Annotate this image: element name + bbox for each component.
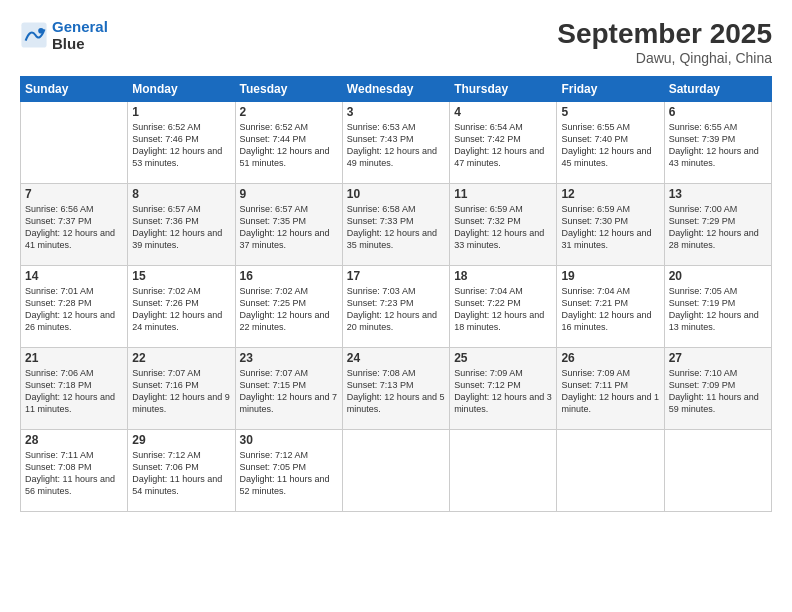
cell-info: Sunrise: 7:12 AMSunset: 7:05 PMDaylight:… <box>240 449 338 498</box>
day-number: 16 <box>240 269 338 283</box>
cell-info: Sunrise: 6:57 AMSunset: 7:36 PMDaylight:… <box>132 203 230 252</box>
calendar-cell: 19 Sunrise: 7:04 AMSunset: 7:21 PMDaylig… <box>557 266 664 348</box>
day-number: 29 <box>132 433 230 447</box>
day-number: 11 <box>454 187 552 201</box>
logo-icon <box>20 21 48 49</box>
day-header-wednesday: Wednesday <box>342 77 449 102</box>
day-number: 4 <box>454 105 552 119</box>
day-header-monday: Monday <box>128 77 235 102</box>
calendar-cell: 27 Sunrise: 7:10 AMSunset: 7:09 PMDaylig… <box>664 348 771 430</box>
calendar-cell: 7 Sunrise: 6:56 AMSunset: 7:37 PMDayligh… <box>21 184 128 266</box>
day-header-tuesday: Tuesday <box>235 77 342 102</box>
day-number: 7 <box>25 187 123 201</box>
day-number: 27 <box>669 351 767 365</box>
day-header-sunday: Sunday <box>21 77 128 102</box>
day-number: 26 <box>561 351 659 365</box>
day-number: 6 <box>669 105 767 119</box>
cell-info: Sunrise: 6:52 AMSunset: 7:44 PMDaylight:… <box>240 121 338 170</box>
svg-point-1 <box>38 28 44 34</box>
logo-text: General Blue <box>52 18 108 52</box>
day-number: 12 <box>561 187 659 201</box>
calendar-cell: 26 Sunrise: 7:09 AMSunset: 7:11 PMDaylig… <box>557 348 664 430</box>
calendar-cell: 24 Sunrise: 7:08 AMSunset: 7:13 PMDaylig… <box>342 348 449 430</box>
day-number: 25 <box>454 351 552 365</box>
day-number: 9 <box>240 187 338 201</box>
week-row-4: 21 Sunrise: 7:06 AMSunset: 7:18 PMDaylig… <box>21 348 772 430</box>
day-number: 17 <box>347 269 445 283</box>
day-header-friday: Friday <box>557 77 664 102</box>
day-number: 19 <box>561 269 659 283</box>
calendar-cell: 6 Sunrise: 6:55 AMSunset: 7:39 PMDayligh… <box>664 102 771 184</box>
cell-info: Sunrise: 7:06 AMSunset: 7:18 PMDaylight:… <box>25 367 123 416</box>
cell-info: Sunrise: 7:04 AMSunset: 7:21 PMDaylight:… <box>561 285 659 334</box>
week-row-3: 14 Sunrise: 7:01 AMSunset: 7:28 PMDaylig… <box>21 266 772 348</box>
day-number: 10 <box>347 187 445 201</box>
calendar-cell: 12 Sunrise: 6:59 AMSunset: 7:30 PMDaylig… <box>557 184 664 266</box>
calendar-table: SundayMondayTuesdayWednesdayThursdayFrid… <box>20 76 772 512</box>
calendar-header-row: SundayMondayTuesdayWednesdayThursdayFrid… <box>21 77 772 102</box>
day-header-saturday: Saturday <box>664 77 771 102</box>
cell-info: Sunrise: 7:07 AMSunset: 7:15 PMDaylight:… <box>240 367 338 416</box>
calendar-cell: 21 Sunrise: 7:06 AMSunset: 7:18 PMDaylig… <box>21 348 128 430</box>
cell-info: Sunrise: 7:03 AMSunset: 7:23 PMDaylight:… <box>347 285 445 334</box>
day-number: 28 <box>25 433 123 447</box>
calendar-cell: 23 Sunrise: 7:07 AMSunset: 7:15 PMDaylig… <box>235 348 342 430</box>
cell-info: Sunrise: 6:59 AMSunset: 7:32 PMDaylight:… <box>454 203 552 252</box>
calendar-cell <box>21 102 128 184</box>
cell-info: Sunrise: 7:07 AMSunset: 7:16 PMDaylight:… <box>132 367 230 416</box>
calendar-cell: 5 Sunrise: 6:55 AMSunset: 7:40 PMDayligh… <box>557 102 664 184</box>
page: General Blue September 2025 Dawu, Qingha… <box>0 0 792 612</box>
day-number: 1 <box>132 105 230 119</box>
day-number: 5 <box>561 105 659 119</box>
calendar-cell: 11 Sunrise: 6:59 AMSunset: 7:32 PMDaylig… <box>450 184 557 266</box>
cell-info: Sunrise: 7:01 AMSunset: 7:28 PMDaylight:… <box>25 285 123 334</box>
calendar-cell: 2 Sunrise: 6:52 AMSunset: 7:44 PMDayligh… <box>235 102 342 184</box>
calendar-cell: 25 Sunrise: 7:09 AMSunset: 7:12 PMDaylig… <box>450 348 557 430</box>
cell-info: Sunrise: 7:02 AMSunset: 7:26 PMDaylight:… <box>132 285 230 334</box>
calendar-cell: 15 Sunrise: 7:02 AMSunset: 7:26 PMDaylig… <box>128 266 235 348</box>
cell-info: Sunrise: 6:55 AMSunset: 7:39 PMDaylight:… <box>669 121 767 170</box>
day-number: 22 <box>132 351 230 365</box>
day-number: 15 <box>132 269 230 283</box>
week-row-5: 28 Sunrise: 7:11 AMSunset: 7:08 PMDaylig… <box>21 430 772 512</box>
header: General Blue September 2025 Dawu, Qingha… <box>20 18 772 66</box>
cell-info: Sunrise: 7:05 AMSunset: 7:19 PMDaylight:… <box>669 285 767 334</box>
cell-info: Sunrise: 7:08 AMSunset: 7:13 PMDaylight:… <box>347 367 445 416</box>
location: Dawu, Qinghai, China <box>557 50 772 66</box>
cell-info: Sunrise: 7:12 AMSunset: 7:06 PMDaylight:… <box>132 449 230 498</box>
cell-info: Sunrise: 7:11 AMSunset: 7:08 PMDaylight:… <box>25 449 123 498</box>
calendar-cell: 3 Sunrise: 6:53 AMSunset: 7:43 PMDayligh… <box>342 102 449 184</box>
day-number: 24 <box>347 351 445 365</box>
cell-info: Sunrise: 7:00 AMSunset: 7:29 PMDaylight:… <box>669 203 767 252</box>
week-row-1: 1 Sunrise: 6:52 AMSunset: 7:46 PMDayligh… <box>21 102 772 184</box>
calendar-cell: 28 Sunrise: 7:11 AMSunset: 7:08 PMDaylig… <box>21 430 128 512</box>
day-number: 3 <box>347 105 445 119</box>
cell-info: Sunrise: 7:02 AMSunset: 7:25 PMDaylight:… <box>240 285 338 334</box>
title-block: September 2025 Dawu, Qinghai, China <box>557 18 772 66</box>
day-number: 21 <box>25 351 123 365</box>
cell-info: Sunrise: 7:10 AMSunset: 7:09 PMDaylight:… <box>669 367 767 416</box>
day-header-thursday: Thursday <box>450 77 557 102</box>
calendar-cell: 20 Sunrise: 7:05 AMSunset: 7:19 PMDaylig… <box>664 266 771 348</box>
calendar-cell <box>664 430 771 512</box>
day-number: 30 <box>240 433 338 447</box>
cell-info: Sunrise: 7:09 AMSunset: 7:12 PMDaylight:… <box>454 367 552 416</box>
calendar-cell: 10 Sunrise: 6:58 AMSunset: 7:33 PMDaylig… <box>342 184 449 266</box>
day-number: 13 <box>669 187 767 201</box>
calendar-cell <box>557 430 664 512</box>
calendar-cell: 17 Sunrise: 7:03 AMSunset: 7:23 PMDaylig… <box>342 266 449 348</box>
calendar-cell: 16 Sunrise: 7:02 AMSunset: 7:25 PMDaylig… <box>235 266 342 348</box>
day-number: 20 <box>669 269 767 283</box>
calendar-cell: 18 Sunrise: 7:04 AMSunset: 7:22 PMDaylig… <box>450 266 557 348</box>
cell-info: Sunrise: 6:56 AMSunset: 7:37 PMDaylight:… <box>25 203 123 252</box>
cell-info: Sunrise: 7:09 AMSunset: 7:11 PMDaylight:… <box>561 367 659 416</box>
day-number: 18 <box>454 269 552 283</box>
day-number: 8 <box>132 187 230 201</box>
day-number: 14 <box>25 269 123 283</box>
calendar-cell: 13 Sunrise: 7:00 AMSunset: 7:29 PMDaylig… <box>664 184 771 266</box>
cell-info: Sunrise: 6:58 AMSunset: 7:33 PMDaylight:… <box>347 203 445 252</box>
calendar-cell: 30 Sunrise: 7:12 AMSunset: 7:05 PMDaylig… <box>235 430 342 512</box>
calendar-body: 1 Sunrise: 6:52 AMSunset: 7:46 PMDayligh… <box>21 102 772 512</box>
cell-info: Sunrise: 6:55 AMSunset: 7:40 PMDaylight:… <box>561 121 659 170</box>
cell-info: Sunrise: 6:52 AMSunset: 7:46 PMDaylight:… <box>132 121 230 170</box>
